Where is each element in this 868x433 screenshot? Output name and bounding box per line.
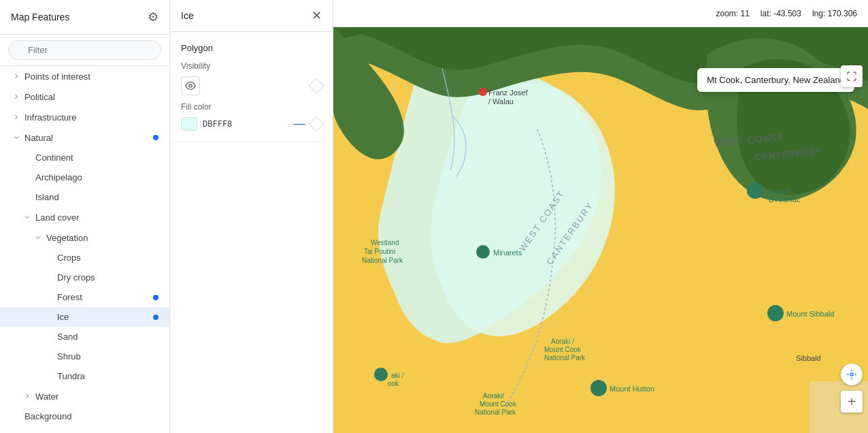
chevron-icon [22, 212, 33, 223]
sidebar-item-label: Island [35, 192, 158, 202]
svg-text:National Park: National Park [475, 408, 516, 416]
svg-text:Minarets: Minarets [493, 248, 522, 257]
sidebar-item-shrub[interactable]: Shrub [0, 347, 169, 366]
sidebar-item-label: Continent [35, 153, 158, 163]
sidebar-item-ice[interactable]: Ice [0, 307, 169, 327]
sidebar-item-water[interactable]: Water [0, 386, 169, 406]
map-area: zoom: 11 lat: -43.503 lng: 170.306 [333, 0, 868, 433]
sidebar-item-label: Natural [24, 133, 153, 143]
svg-point-3 [189, 84, 192, 87]
svg-text:Mount Sibbald: Mount Sibbald [786, 310, 834, 318]
sidebar-item-label: Land cover [35, 212, 158, 223]
sidebar-item-crops[interactable]: Crops [0, 248, 169, 268]
zoom-in-button[interactable]: + [841, 391, 863, 413]
sidebar-item-archipelago[interactable]: Archipelago [0, 167, 169, 187]
sidebar-item-label: Political [24, 92, 158, 102]
svg-text:Mount Cook: Mount Cook [544, 346, 582, 353]
sidebar-item-label: Ice [57, 312, 153, 322]
sidebar: Map Features ⚙ Points of interestPolitic… [0, 0, 170, 433]
sidebar-item-label: Dry crops [57, 272, 158, 283]
svg-text:National Park: National Park [362, 257, 403, 264]
sidebar-item-natural[interactable]: Natural [0, 127, 169, 148]
svg-text:Aoraki/: Aoraki/ [483, 392, 504, 400]
sidebar-title: Map Features [11, 12, 69, 22]
chevron-icon [33, 232, 44, 243]
sidebar-item-points-of-interest[interactable]: Points of interest [0, 66, 169, 86]
svg-point-18 [476, 245, 490, 259]
fill-color-inner: DBFFF8 [181, 117, 232, 131]
sidebar-item-background[interactable]: Background [0, 406, 169, 426]
svg-point-34 [850, 373, 853, 376]
active-dot [153, 135, 158, 140]
svg-text:Tai Poutini: Tai Poutini [364, 248, 395, 255]
chevron-icon [11, 112, 22, 123]
sidebar-item-land-cover[interactable]: Land cover [0, 207, 169, 227]
map-lng: lng: 170.306 [812, 9, 857, 18]
chevron-icon [11, 132, 22, 143]
svg-text:ook: ook [388, 380, 399, 387]
chevron-icon [11, 91, 22, 102]
sidebar-item-label: Archipelago [35, 172, 158, 182]
sidebar-item-tundra[interactable]: Tundra [0, 366, 169, 386]
svg-point-12 [747, 182, 763, 199]
location-button[interactable] [841, 364, 863, 385]
map-tooltip: Mt Cook, Canterbury, New Zealand [697, 68, 854, 92]
color-value: DBFFF8 [203, 119, 232, 129]
svg-point-25 [374, 368, 388, 381]
color-swatch[interactable] [181, 117, 197, 131]
sidebar-item-label: Crops [57, 253, 158, 263]
sidebar-item-vegetation[interactable]: Vegetation [0, 227, 169, 248]
map-lat: lat: -43.503 [761, 9, 801, 18]
sidebar-item-label: Forest [57, 292, 153, 302]
svg-point-20 [767, 305, 784, 321]
filter-bar [0, 35, 169, 66]
svg-text:/ Walau: / Walau [488, 97, 514, 106]
eye-icon[interactable] [181, 76, 200, 95]
svg-text:Mount: Mount [769, 187, 790, 195]
svg-text:D'Archiac: D'Archiac [769, 195, 801, 204]
svg-text:Mount Cook: Mount Cook [480, 400, 517, 408]
sidebar-item-label: Infrastructure [24, 112, 158, 123]
detail-panel: Ice ✕ Polygon Visibility Fill color DBFF… [170, 0, 333, 433]
sidebar-item-label: Water [35, 391, 158, 402]
sidebar-item-forest[interactable]: Forest [0, 287, 169, 307]
gear-icon[interactable]: ⚙ [148, 10, 158, 25]
svg-text:National Park: National Park [544, 354, 586, 362]
fill-color-row: DBFFF8 — [181, 117, 322, 131]
svg-text:Sibbald: Sibbald [796, 354, 821, 362]
map-canvas[interactable]: Franz Josef / Walau WEST COAST CANTERBUR… [333, 27, 868, 433]
chevron-icon [11, 71, 22, 82]
visibility-row [181, 76, 322, 95]
filter-wrap [8, 40, 161, 60]
sidebar-header: Map Features ⚙ [0, 0, 169, 35]
sidebar-item-sand[interactable]: Sand [0, 327, 169, 347]
detail-type-label: Polygon [181, 43, 322, 53]
fill-dash-icon: — [293, 117, 305, 129]
fill-color-label: Fill color [181, 102, 322, 112]
map-zoom: zoom: 11 [716, 9, 749, 18]
sidebar-item-island[interactable]: Island [0, 187, 169, 207]
sidebar-item-political[interactable]: Political [0, 86, 169, 107]
sidebar-item-label: Background [24, 411, 158, 421]
map-topbar: zoom: 11 lat: -43.503 lng: 170.306 [333, 0, 868, 27]
detail-title: Ice [181, 10, 194, 21]
sidebar-item-continent[interactable]: Continent [0, 148, 169, 167]
fill-color-diamond-icon[interactable] [309, 116, 324, 132]
fullscreen-button[interactable] [841, 65, 863, 87]
sidebar-item-dry-crops[interactable]: Dry crops [0, 268, 169, 287]
close-icon[interactable]: ✕ [312, 10, 322, 22]
svg-text:aki /: aki / [391, 372, 404, 379]
visibility-label: Visibility [181, 61, 322, 71]
active-dot [153, 315, 158, 320]
sidebar-item-label: Tundra [57, 371, 158, 381]
sidebar-item-infrastructure[interactable]: Infrastructure [0, 107, 169, 127]
sidebar-item-label: Points of interest [24, 71, 158, 82]
sidebar-item-label: Shrub [57, 351, 158, 362]
svg-text:Aoraki /: Aoraki / [551, 338, 574, 345]
chevron-icon [22, 391, 33, 402]
svg-point-5 [479, 88, 487, 96]
detail-type-section: Polygon Visibility Fill color DBFFF8 — [170, 32, 333, 142]
svg-text:Mount Hutton: Mount Hutton [610, 385, 654, 393]
filter-input[interactable] [8, 40, 161, 60]
visibility-diamond-icon[interactable] [309, 78, 324, 94]
